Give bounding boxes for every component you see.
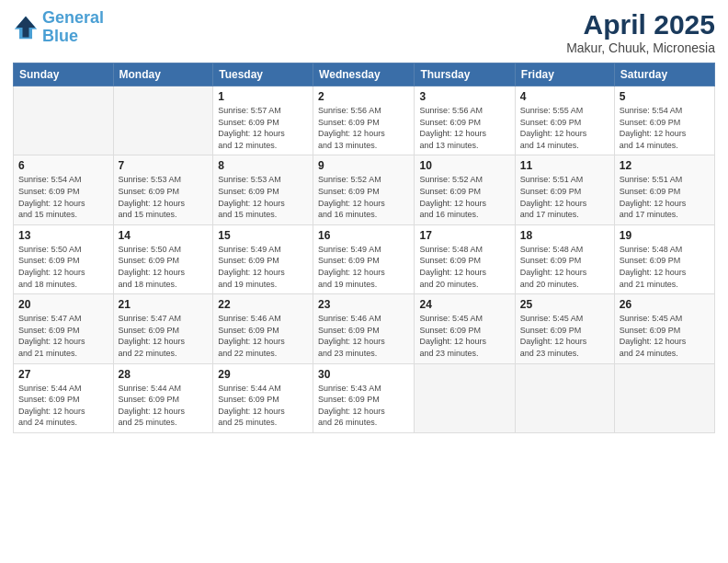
calendar-week-row: 13Sunrise: 5:50 AM Sunset: 6:09 PM Dayli… <box>14 224 715 293</box>
day-number: 9 <box>318 159 409 172</box>
day-info: Sunrise: 5:45 AM Sunset: 6:09 PM Dayligh… <box>419 313 509 359</box>
page: General Blue April 2025 Makur, Chuuk, Mi… <box>0 0 728 563</box>
calendar-cell: 29Sunrise: 5:44 AM Sunset: 6:09 PM Dayli… <box>213 363 313 432</box>
logo-icon <box>13 15 39 40</box>
calendar-cell <box>415 363 515 432</box>
day-info: Sunrise: 5:44 AM Sunset: 6:09 PM Dayligh… <box>218 383 308 429</box>
calendar-cell: 20Sunrise: 5:47 AM Sunset: 6:09 PM Dayli… <box>14 294 114 363</box>
calendar-cell: 24Sunrise: 5:45 AM Sunset: 6:09 PM Dayli… <box>415 294 515 363</box>
day-info: Sunrise: 5:56 AM Sunset: 6:09 PM Dayligh… <box>318 105 409 151</box>
calendar-cell: 9Sunrise: 5:52 AM Sunset: 6:09 PM Daylig… <box>313 155 415 224</box>
calendar-table: SundayMondayTuesdayWednesdayThursdayFrid… <box>13 63 715 433</box>
calendar-cell <box>14 86 114 155</box>
calendar-cell: 5Sunrise: 5:54 AM Sunset: 6:09 PM Daylig… <box>614 86 714 155</box>
calendar-cell: 17Sunrise: 5:48 AM Sunset: 6:09 PM Dayli… <box>415 224 515 293</box>
calendar-cell: 7Sunrise: 5:53 AM Sunset: 6:09 PM Daylig… <box>113 155 213 224</box>
day-number: 13 <box>18 229 108 242</box>
day-number: 28 <box>119 368 209 381</box>
day-number: 14 <box>119 229 209 242</box>
day-info: Sunrise: 5:57 AM Sunset: 6:09 PM Dayligh… <box>218 105 308 151</box>
calendar-cell: 4Sunrise: 5:55 AM Sunset: 6:09 PM Daylig… <box>515 86 614 155</box>
svg-marker-1 <box>17 17 36 38</box>
day-info: Sunrise: 5:45 AM Sunset: 6:09 PM Dayligh… <box>620 313 710 359</box>
day-number: 1 <box>218 90 308 103</box>
day-info: Sunrise: 5:51 AM Sunset: 6:09 PM Dayligh… <box>520 174 609 220</box>
day-number: 24 <box>419 298 509 311</box>
header: General Blue April 2025 Makur, Chuuk, Mi… <box>13 9 715 55</box>
calendar-cell: 6Sunrise: 5:54 AM Sunset: 6:09 PM Daylig… <box>14 155 114 224</box>
day-number: 3 <box>419 90 509 103</box>
logo-text: General Blue <box>42 9 104 46</box>
calendar-week-row: 6Sunrise: 5:54 AM Sunset: 6:09 PM Daylig… <box>14 155 715 224</box>
day-info: Sunrise: 5:54 AM Sunset: 6:09 PM Dayligh… <box>620 105 710 151</box>
logo-blue: Blue <box>42 27 78 45</box>
calendar-cell: 14Sunrise: 5:50 AM Sunset: 6:09 PM Dayli… <box>113 224 213 293</box>
calendar-cell: 22Sunrise: 5:46 AM Sunset: 6:09 PM Dayli… <box>213 294 313 363</box>
weekday-header-row: SundayMondayTuesdayWednesdayThursdayFrid… <box>14 63 715 86</box>
day-info: Sunrise: 5:48 AM Sunset: 6:09 PM Dayligh… <box>620 244 710 290</box>
day-info: Sunrise: 5:53 AM Sunset: 6:09 PM Dayligh… <box>218 174 308 220</box>
day-info: Sunrise: 5:44 AM Sunset: 6:09 PM Dayligh… <box>18 383 108 429</box>
day-info: Sunrise: 5:48 AM Sunset: 6:09 PM Dayligh… <box>520 244 609 290</box>
weekday-header: Tuesday <box>213 63 313 86</box>
day-info: Sunrise: 5:53 AM Sunset: 6:09 PM Dayligh… <box>119 174 209 220</box>
day-info: Sunrise: 5:55 AM Sunset: 6:09 PM Dayligh… <box>520 105 609 151</box>
logo-general: General <box>42 8 104 27</box>
day-number: 17 <box>419 229 509 242</box>
day-number: 23 <box>318 298 409 311</box>
calendar-cell: 23Sunrise: 5:46 AM Sunset: 6:09 PM Dayli… <box>313 294 415 363</box>
day-info: Sunrise: 5:47 AM Sunset: 6:09 PM Dayligh… <box>18 313 108 359</box>
day-info: Sunrise: 5:50 AM Sunset: 6:09 PM Dayligh… <box>18 244 108 290</box>
calendar-cell: 26Sunrise: 5:45 AM Sunset: 6:09 PM Dayli… <box>614 294 714 363</box>
weekday-header: Saturday <box>614 63 714 86</box>
calendar-cell: 19Sunrise: 5:48 AM Sunset: 6:09 PM Dayli… <box>614 224 714 293</box>
calendar-cell: 28Sunrise: 5:44 AM Sunset: 6:09 PM Dayli… <box>113 363 213 432</box>
day-number: 8 <box>218 159 308 172</box>
calendar-cell: 11Sunrise: 5:51 AM Sunset: 6:09 PM Dayli… <box>515 155 614 224</box>
day-number: 2 <box>318 90 409 103</box>
calendar-cell: 27Sunrise: 5:44 AM Sunset: 6:09 PM Dayli… <box>14 363 114 432</box>
calendar-cell: 15Sunrise: 5:49 AM Sunset: 6:09 PM Dayli… <box>213 224 313 293</box>
day-info: Sunrise: 5:52 AM Sunset: 6:09 PM Dayligh… <box>419 174 509 220</box>
day-number: 22 <box>218 298 308 311</box>
day-number: 6 <box>18 159 108 172</box>
day-info: Sunrise: 5:52 AM Sunset: 6:09 PM Dayligh… <box>318 174 409 220</box>
day-number: 19 <box>620 229 710 242</box>
location: Makur, Chuuk, Micronesia <box>566 40 715 55</box>
day-number: 16 <box>318 229 409 242</box>
calendar-cell: 18Sunrise: 5:48 AM Sunset: 6:09 PM Dayli… <box>515 224 614 293</box>
day-number: 4 <box>520 90 609 103</box>
calendar-cell: 12Sunrise: 5:51 AM Sunset: 6:09 PM Dayli… <box>614 155 714 224</box>
calendar-week-row: 1Sunrise: 5:57 AM Sunset: 6:09 PM Daylig… <box>14 86 715 155</box>
weekday-header: Friday <box>515 63 614 86</box>
day-info: Sunrise: 5:43 AM Sunset: 6:09 PM Dayligh… <box>318 383 409 429</box>
calendar-cell <box>113 86 213 155</box>
day-info: Sunrise: 5:47 AM Sunset: 6:09 PM Dayligh… <box>119 313 209 359</box>
month-title: April 2025 <box>566 9 715 40</box>
weekday-header: Wednesday <box>313 63 415 86</box>
calendar-cell: 3Sunrise: 5:56 AM Sunset: 6:09 PM Daylig… <box>415 86 515 155</box>
weekday-header: Thursday <box>415 63 515 86</box>
day-info: Sunrise: 5:49 AM Sunset: 6:09 PM Dayligh… <box>318 244 409 290</box>
title-block: April 2025 Makur, Chuuk, Micronesia <box>566 9 715 55</box>
day-number: 29 <box>218 368 308 381</box>
day-number: 21 <box>119 298 209 311</box>
day-info: Sunrise: 5:46 AM Sunset: 6:09 PM Dayligh… <box>318 313 409 359</box>
day-info: Sunrise: 5:46 AM Sunset: 6:09 PM Dayligh… <box>218 313 308 359</box>
day-number: 7 <box>119 159 209 172</box>
day-info: Sunrise: 5:48 AM Sunset: 6:09 PM Dayligh… <box>419 244 509 290</box>
day-number: 12 <box>620 159 710 172</box>
weekday-header: Monday <box>113 63 213 86</box>
day-info: Sunrise: 5:56 AM Sunset: 6:09 PM Dayligh… <box>419 105 509 151</box>
calendar-cell: 8Sunrise: 5:53 AM Sunset: 6:09 PM Daylig… <box>213 155 313 224</box>
day-number: 26 <box>620 298 710 311</box>
day-info: Sunrise: 5:45 AM Sunset: 6:09 PM Dayligh… <box>520 313 609 359</box>
calendar-cell: 30Sunrise: 5:43 AM Sunset: 6:09 PM Dayli… <box>313 363 415 432</box>
calendar-week-row: 20Sunrise: 5:47 AM Sunset: 6:09 PM Dayli… <box>14 294 715 363</box>
day-number: 27 <box>18 368 108 381</box>
day-number: 11 <box>520 159 609 172</box>
calendar-cell: 10Sunrise: 5:52 AM Sunset: 6:09 PM Dayli… <box>415 155 515 224</box>
calendar-cell <box>515 363 614 432</box>
day-info: Sunrise: 5:51 AM Sunset: 6:09 PM Dayligh… <box>620 174 710 220</box>
calendar-cell: 1Sunrise: 5:57 AM Sunset: 6:09 PM Daylig… <box>213 86 313 155</box>
